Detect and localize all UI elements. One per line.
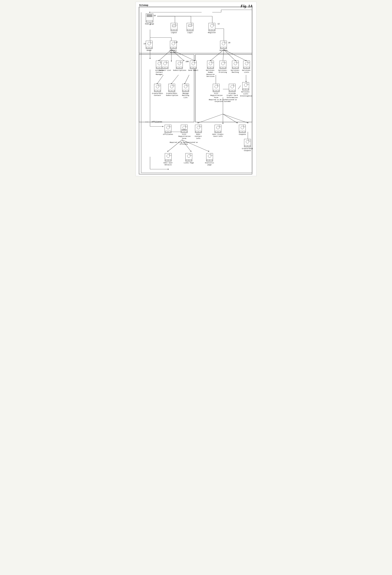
send-email-icon [190, 61, 197, 69]
coupons-label: Coupons [239, 133, 246, 135]
edit-user-details-label: Edit User Details [162, 162, 174, 166]
fill-reg-form2-label: Fill Registration Form [178, 133, 190, 140]
edit-cc-info-icon [215, 125, 221, 133]
register-number: 12 [218, 23, 220, 25]
provide-cc-node: Provide Credit Card Information [226, 84, 238, 98]
about-node: About [146, 41, 152, 51]
register-label: Register [208, 32, 216, 34]
edit-contact-info-node: Edit Contact Info [193, 125, 204, 140]
services-printing-icon [219, 61, 226, 69]
affiliates-marker-text: ★ - Affiliates [147, 121, 162, 123]
provide-cc-icon [229, 84, 236, 92]
svg-line-51 [185, 75, 189, 84]
homepage-number: 10 [153, 15, 156, 17]
manage-mailing-node: Manage Mailing List [180, 84, 192, 98]
fill-reg-form-node: Fill Registration Form [211, 84, 222, 98]
services-number: 16 [228, 42, 230, 44]
svg-rect-0 [139, 7, 252, 53]
login-node: Login [187, 23, 194, 34]
statistic-page-icon [206, 153, 213, 161]
create-edit-coupons-icon [244, 139, 251, 147]
services-label: Services [219, 49, 228, 51]
provide-cc-label: Provide Credit Card Information [226, 93, 238, 98]
svg-line-67 [223, 114, 248, 123]
manage-mailing-label: Manage Mailing List [180, 93, 192, 98]
links-page-node: Links Page [184, 153, 194, 164]
contact-list-icon [162, 61, 168, 69]
create-edit-sub-icon [168, 84, 175, 92]
edit-user-details-icon [165, 153, 172, 161]
fill-reg-form-label: Fill Registration Form [211, 93, 222, 98]
contact-manager-label: Contact Manager [167, 49, 179, 53]
contact-list-label: Contact List [159, 69, 171, 71]
services-printing-node: Services: Printing [218, 61, 228, 73]
svg-line-47 [157, 75, 163, 84]
subscriptions-label: Subscriptions [173, 69, 186, 71]
coupons-node: Coupons [239, 125, 246, 135]
svg-marker-78 [208, 151, 209, 152]
edit-user-details-node: Edit User Details [162, 153, 174, 166]
create-edit-sub-node: Create/Edit Subscription [166, 84, 178, 96]
logout-label: Logout [171, 32, 177, 34]
affiliates-icon [165, 125, 171, 133]
subscriptions-icon [176, 61, 183, 69]
services-lists-icon [243, 61, 250, 69]
links-page-label: Links Page [184, 162, 194, 164]
services-hr-node: Services: Human Resource Services [205, 61, 216, 78]
send-email-label: Send Email [188, 69, 198, 71]
homepage-node: Home page [145, 14, 154, 25]
contact-manager-number: 17 [176, 42, 178, 43]
statistic-page-node: Statistic page [203, 153, 216, 166]
services-printing-label: Services: Printing [218, 69, 228, 73]
manage-mailing-icon [182, 84, 189, 92]
send-email-node: Send Email [188, 61, 198, 71]
homepage-icon [146, 14, 153, 23]
affiliates-node: Affiliates [163, 125, 173, 135]
services-hr-icon [207, 61, 214, 69]
fill-reg-form2-icon [181, 125, 188, 133]
send-email-number: 100 [186, 61, 189, 63]
services-hr-label: Services: Human Resource Services [205, 69, 216, 78]
services-mailing-node: Services: Mailing [230, 61, 241, 73]
svg-line-61 [198, 114, 223, 123]
edit-cc-info-label: Edit Credit Card Info [212, 133, 224, 138]
coupons-icon [239, 125, 246, 133]
links-page-icon [185, 153, 192, 161]
create-edit-coupons-label: Create/Edit Coupons [242, 148, 253, 152]
services-lists-label: Services: Lists [242, 69, 252, 73]
edit-contact-info-label: Edit Contact Info [193, 133, 204, 140]
login-label: Login [187, 32, 193, 34]
services-mailing-label: Services: Mailing [230, 69, 241, 73]
required-affiliate-text: Required to be authenticated as Affiliat… [170, 142, 198, 145]
svg-marker-68 [247, 122, 248, 123]
svg-line-49 [171, 75, 178, 84]
svg-line-65 [223, 114, 237, 123]
svg-marker-74 [167, 151, 168, 152]
register-node: Register [208, 23, 216, 34]
create-edit-contact-node: Create/Edit Contact [152, 84, 163, 96]
services-lists-intel-label: Services: Lists Intelligence [240, 91, 252, 97]
services-node: Services [219, 41, 228, 51]
about-icon [146, 41, 152, 49]
register-icon [209, 23, 215, 31]
services-lists-node: Services: Lists [242, 61, 252, 73]
create-edit-coupons-node: Create/Edit Coupons [242, 139, 253, 152]
services-lists-intel-node: Services: Lists Intelligence [240, 82, 252, 97]
sitemap-label: Sitemap [139, 4, 148, 7]
create-edit-contact-icon [154, 84, 161, 92]
required-corporate-text: Required to be authenticated as Corporat… [205, 99, 241, 102]
svg-marker-66 [237, 122, 238, 123]
logout-node: Logout [171, 23, 177, 34]
star-icon: ★ [146, 121, 147, 123]
services-mailing-icon [232, 61, 239, 69]
about-number: 14 [144, 43, 146, 45]
logout-icon [171, 23, 177, 31]
figure-label: Fig. 1A [240, 4, 253, 8]
affiliates-marker: ★ ★ - Affiliates [146, 121, 162, 123]
contact-list-node: Contact List [159, 61, 171, 71]
affiliates-label-node: Affiliates [163, 133, 173, 135]
edit-cc-info-node: Edit Credit Card Info [212, 125, 224, 138]
svg-marker-64 [222, 123, 223, 124]
svg-marker-84 [168, 169, 169, 170]
edit-contact-info-icon [195, 125, 202, 133]
